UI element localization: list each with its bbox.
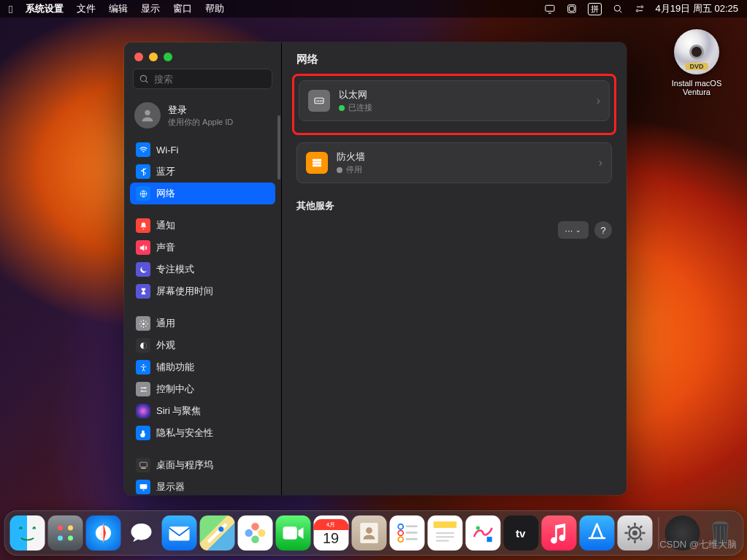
svg-point-37	[398, 531, 403, 536]
svg-point-28	[251, 523, 259, 531]
help-button[interactable]: ?	[594, 221, 612, 239]
bluetooth-icon	[136, 164, 150, 179]
sidebar-item-displays[interactable]: 显示器	[130, 476, 275, 495]
svg-rect-32	[283, 526, 296, 540]
svg-rect-2	[569, 7, 574, 12]
network-row-firewall[interactable]: 防火墙 停用 ›	[297, 143, 611, 183]
apple-id-account[interactable]: 登录 使用你的 Apple ID	[124, 96, 281, 139]
dock-launchpad[interactable]	[47, 515, 83, 551]
close-button[interactable]	[134, 53, 143, 61]
dock-music[interactable]	[541, 515, 576, 551]
svg-rect-38	[405, 532, 417, 534]
sidebar-item-network[interactable]: 网络	[130, 183, 275, 204]
zoom-button[interactable]	[164, 53, 172, 61]
spotlight-icon[interactable]	[612, 3, 624, 15]
sidebar-item-general[interactable]: 通用	[130, 312, 275, 334]
sidebar-item-notifications[interactable]: 通知	[130, 215, 275, 237]
input-method-indicator[interactable]: 拼	[588, 3, 602, 15]
sidebar-item-accessibility[interactable]: 辅助功能	[130, 356, 275, 378]
firewall-status: 停用	[346, 164, 362, 175]
appearance-icon	[136, 338, 150, 353]
desktop-icon-label: Install macOS Ventura	[664, 79, 729, 96]
apple-menu-icon[interactable]: 	[9, 3, 12, 15]
menu-edit[interactable]: 编辑	[109, 2, 128, 15]
dock-safari[interactable]	[85, 515, 120, 551]
dock-photos[interactable]	[237, 515, 272, 551]
svg-point-30	[251, 536, 259, 544]
highlight-annotation: 以太网 已连接 ›	[292, 74, 616, 135]
app-name[interactable]: 系统设置	[26, 2, 64, 15]
display-icon	[136, 480, 150, 494]
status-dot-gray	[337, 167, 342, 173]
menu-view[interactable]: 显示	[141, 2, 160, 15]
sidebar-scrollbar[interactable]	[277, 115, 280, 180]
svg-point-45	[632, 531, 637, 536]
stage-manager-icon[interactable]	[566, 3, 578, 15]
status-dot-green	[339, 105, 345, 111]
sidebar-item-privacy[interactable]: 隐私与安全性	[130, 422, 275, 444]
menu-window[interactable]: 窗口	[173, 2, 192, 15]
svg-rect-0	[545, 5, 554, 11]
svg-rect-16	[139, 484, 147, 489]
bell-icon	[136, 218, 150, 233]
watermark: CSDN @七维大脑	[659, 538, 737, 551]
minimize-button[interactable]	[149, 53, 158, 61]
dock-calendar[interactable]: 4月19	[313, 515, 348, 551]
svg-point-24	[68, 536, 73, 541]
other-services-label: 其他服务	[296, 199, 612, 212]
svg-point-34	[366, 527, 372, 534]
sidebar-item-wifi[interactable]: Wi-Fi	[130, 139, 275, 161]
page-title: 网络	[296, 53, 612, 66]
sidebar-item-appearance[interactable]: 外观	[130, 334, 275, 356]
dock-mail[interactable]	[161, 515, 196, 551]
account-subtitle: 使用你的 Apple ID	[168, 117, 233, 128]
dock-facetime[interactable]	[275, 515, 310, 551]
sidebar-item-siri[interactable]: Siri 与聚焦	[130, 400, 275, 422]
svg-rect-43	[486, 537, 491, 542]
dock-tv[interactable]: tv	[503, 515, 538, 551]
svg-rect-14	[139, 462, 147, 467]
dock-contacts[interactable]	[351, 515, 386, 551]
search-field-wrap	[133, 69, 272, 89]
menu-help[interactable]: 帮助	[205, 2, 224, 15]
dock-reminders[interactable]	[389, 515, 424, 551]
settings-content: 网络 以太网 已连接 › 防火墙 停用	[282, 42, 627, 495]
speaker-icon	[136, 240, 150, 255]
network-row-ethernet[interactable]: 以太网 已连接 ›	[299, 81, 609, 120]
svg-point-21	[58, 526, 63, 531]
system-settings-window: 登录 使用你的 Apple ID Wi-Fi 蓝牙 网络 通知 声音 专注模式 …	[124, 42, 627, 495]
dock-appstore[interactable]	[579, 515, 614, 551]
dock-messages[interactable]	[123, 515, 158, 551]
svg-point-13	[141, 390, 142, 391]
dock-finder[interactable]	[9, 515, 45, 551]
account-title: 登录	[168, 104, 233, 117]
sidebar-item-focus[interactable]: 专注模式	[130, 258, 275, 280]
sidebar-item-controlcenter[interactable]: 控制中心	[130, 378, 275, 400]
sliders-icon	[136, 382, 150, 396]
sidebar-item-screentime[interactable]: 屏幕使用时间	[130, 280, 275, 302]
dock-maps[interactable]	[199, 515, 234, 551]
menu-file[interactable]: 文件	[77, 2, 96, 15]
dock-notes[interactable]	[427, 515, 462, 551]
dock-freeform[interactable]	[465, 515, 500, 551]
control-center-icon[interactable]	[634, 3, 646, 15]
desktop-icon-install-macos[interactable]: DVD Install macOS Ventura	[664, 29, 729, 96]
svg-rect-41	[433, 521, 456, 528]
chevron-right-icon: ›	[599, 156, 602, 169]
svg-point-9	[142, 322, 144, 324]
sidebar-item-desktop-dock[interactable]: 桌面与程序坞	[130, 454, 275, 476]
wifi-icon	[136, 142, 150, 157]
screen-mirroring-icon[interactable]	[544, 3, 556, 15]
sidebar-item-sound[interactable]: 声音	[130, 237, 275, 258]
more-actions-button[interactable]: ··· ⌄	[558, 221, 589, 239]
dock-settings[interactable]	[617, 515, 652, 551]
search-input[interactable]	[133, 69, 272, 89]
network-icon	[136, 186, 150, 201]
menubar-datetime[interactable]: 4月19日 周五 02:25	[656, 2, 738, 15]
chevron-right-icon: ›	[597, 94, 600, 107]
ethernet-icon	[308, 90, 330, 112]
svg-rect-40	[405, 538, 417, 540]
firewall-icon	[306, 152, 328, 174]
svg-point-11	[142, 364, 144, 365]
sidebar-item-bluetooth[interactable]: 蓝牙	[130, 161, 275, 183]
